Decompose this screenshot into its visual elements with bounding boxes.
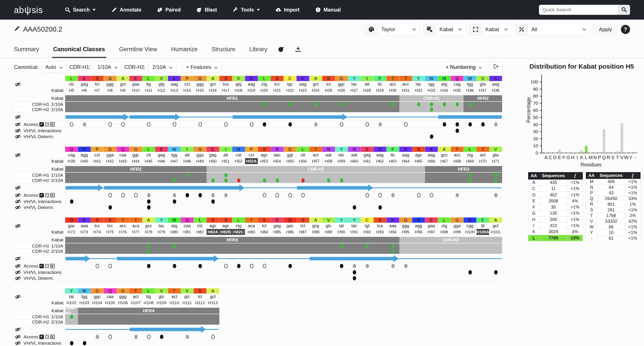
residue-cell[interactable]: T — [451, 147, 464, 152]
access-open-mark[interactable] — [224, 264, 228, 268]
residue-cell[interactable]: Y — [335, 147, 348, 152]
access-black-mark[interactable] — [198, 264, 202, 268]
eye-slash-icon[interactable] — [15, 256, 21, 261]
residue-cell[interactable]: Q — [104, 288, 116, 294]
frequency-row[interactable]: T17982% — [586, 213, 640, 218]
eye-slash-icon[interactable] — [15, 193, 21, 198]
residue-cell[interactable]: G — [104, 147, 116, 152]
residue-cell[interactable]: Y — [65, 288, 78, 294]
residue-cell[interactable]: F — [374, 76, 386, 81]
eye-slash-icon[interactable] — [15, 264, 21, 268]
residue-cell[interactable]: G — [284, 147, 296, 152]
access-black-mark[interactable] — [456, 122, 459, 126]
features-dropdown[interactable]: + Features — [182, 62, 221, 73]
frequency-row[interactable]: -61<1% — [586, 236, 640, 241]
residue-cell[interactable]: V — [232, 76, 245, 81]
access-black-mark[interactable] — [481, 122, 485, 126]
vhvl-determ-row-mark[interactable] — [378, 205, 382, 210]
access-badge-e[interactable]: E — [50, 264, 55, 268]
match-dot[interactable] — [417, 102, 420, 106]
frequency-row[interactable]: R8011% — [586, 202, 640, 207]
access-open-mark[interactable] — [340, 122, 343, 126]
access-open-mark[interactable] — [276, 193, 279, 198]
vhvl-interactions-row-mark[interactable] — [70, 199, 74, 204]
frequency-row[interactable]: E35084% — [528, 198, 583, 204]
access-gray-mark[interactable] — [404, 264, 408, 268]
nav-item-blast[interactable]: Blast — [196, 7, 217, 13]
frequency-row[interactable]: S281<1% — [586, 207, 640, 213]
residue-cell[interactable]: A — [438, 147, 451, 152]
frequency-row[interactable]: W66<1% — [586, 224, 640, 230]
access-black-mark[interactable] — [288, 264, 292, 268]
nav-item-import[interactable]: Import — [276, 7, 300, 13]
match-dot[interactable] — [263, 102, 266, 106]
vhvl-interactions-row-mark[interactable] — [494, 270, 498, 274]
access-black-mark[interactable] — [237, 264, 240, 268]
residue-cell[interactable]: L — [65, 76, 78, 81]
match-dot[interactable] — [211, 178, 214, 182]
numbering-scheme-select[interactable]: Kabat — [436, 24, 466, 35]
residue-cell[interactable]: S — [194, 288, 206, 294]
residue-cell[interactable]: S — [104, 218, 116, 223]
blast-icon[interactable] — [278, 46, 284, 52]
residue-cell[interactable]: M — [438, 76, 451, 81]
residue-cell[interactable]: T — [399, 76, 412, 81]
eye-slash-icon[interactable] — [15, 186, 21, 190]
match-dot[interactable] — [468, 178, 472, 182]
residue-cell[interactable]: Q — [451, 76, 464, 81]
residue-cell[interactable]: A — [116, 76, 130, 81]
nav-item-manual[interactable]: Manual — [315, 7, 341, 13]
access-black-mark[interactable] — [160, 335, 164, 339]
frequency-row[interactable]: G135<1% — [528, 210, 583, 216]
residue-cell[interactable]: L — [142, 76, 155, 81]
access-open-mark[interactable] — [211, 335, 215, 339]
access-open-mark[interactable] — [134, 193, 138, 198]
canonical-select[interactable]: Auto — [42, 62, 66, 73]
residue-cell[interactable]: E — [361, 147, 374, 152]
frequency-row[interactable]: H206<1% — [528, 216, 583, 222]
match-dot[interactable] — [391, 249, 394, 254]
access-gray-mark[interactable] — [314, 122, 318, 126]
residue-cell[interactable]: L — [258, 76, 271, 81]
quick-search-input[interactable] — [539, 5, 618, 15]
access-open-mark[interactable] — [366, 122, 369, 126]
residue-cell[interactable]: S — [91, 218, 104, 223]
eye-slash-icon[interactable] — [15, 128, 21, 133]
residue-cell[interactable]: Y — [348, 76, 361, 81]
frequency-row[interactable]: A435<1% — [528, 179, 583, 186]
residue-cell[interactable]: M — [168, 218, 181, 223]
residue-cell[interactable]: G — [194, 76, 206, 81]
access-open-mark[interactable] — [288, 193, 292, 198]
access-gray-mark[interactable] — [494, 193, 498, 198]
access-open-mark[interactable] — [70, 122, 74, 126]
vhvl-determ-row-mark[interactable] — [353, 205, 356, 210]
residue-cell[interactable]: G — [91, 288, 104, 294]
access-gray-mark[interactable] — [494, 122, 498, 126]
residue-cell[interactable]: S — [412, 147, 425, 152]
tab-humanize[interactable]: Humanize — [171, 41, 198, 58]
frequency-row[interactable]: M406<1% — [586, 179, 640, 184]
residue-cell[interactable]: V — [155, 76, 168, 81]
residue-cell[interactable]: D — [65, 218, 78, 223]
export-button[interactable] — [489, 62, 502, 73]
residue-cell[interactable]: S — [258, 147, 271, 152]
access-gray-mark[interactable] — [96, 335, 99, 339]
residue-cell[interactable]: K — [296, 76, 309, 81]
match-dot[interactable] — [263, 178, 266, 182]
residue-cell[interactable]: T — [130, 288, 142, 294]
frequency-row[interactable]: N64<1% — [586, 184, 640, 190]
access-open-mark[interactable] — [430, 193, 433, 198]
access-gray-mark[interactable] — [391, 193, 395, 198]
quick-search-button[interactable] — [618, 5, 630, 15]
residue-cell[interactable]: S — [374, 218, 386, 223]
eye-slash-icon[interactable] — [15, 114, 21, 120]
residue-cell[interactable]: I — [361, 76, 374, 81]
residue-cell[interactable]: G — [335, 76, 348, 81]
match-dot[interactable] — [173, 244, 176, 248]
access-open-mark[interactable] — [301, 193, 305, 198]
residue-cell[interactable]: T — [116, 218, 130, 223]
vhvl-interactions-row-mark[interactable] — [173, 199, 176, 204]
vhvl-interactions-row-mark[interactable] — [211, 199, 215, 204]
residue-cell[interactable]: P — [181, 76, 194, 81]
access-gray-mark[interactable] — [147, 193, 150, 198]
